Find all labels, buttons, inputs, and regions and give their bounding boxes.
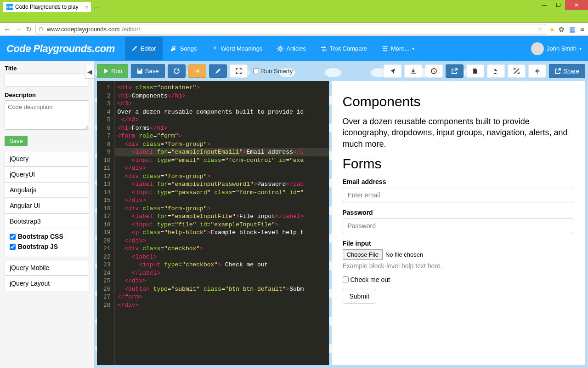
new-tab-icon[interactable]: ▱ — [91, 3, 101, 12]
nav-more[interactable]: More... ▾ — [375, 37, 421, 60]
description-input[interactable] — [5, 100, 89, 130]
checkbox-label: Check me out — [351, 276, 390, 283]
forward-icon — [194, 68, 200, 74]
user-menu[interactable]: John Smith ▾ — [531, 42, 582, 55]
run-smarty-checkbox[interactable]: Run Smarty — [253, 68, 293, 75]
collapse-sidebar-button[interactable]: ◀ — [85, 65, 94, 79]
tab-close-icon[interactable]: × — [85, 4, 89, 11]
bulb-icon[interactable]: ● — [550, 25, 554, 33]
btn-label: Run — [111, 68, 122, 75]
file-button[interactable] — [466, 64, 484, 78]
brand-logo[interactable]: Code Playgrounds.com — [6, 43, 115, 55]
forward-button[interactable] — [188, 64, 206, 78]
menu-icon[interactable]: ≡ — [580, 25, 584, 33]
tab-title: Code Playgrounds to play — [15, 4, 78, 10]
clock-button[interactable] — [425, 64, 443, 78]
fullscreen-icon — [236, 68, 242, 74]
svg-point-0 — [279, 47, 282, 50]
email-label: Email address — [343, 178, 575, 185]
btn-label: Share — [563, 68, 579, 75]
editor-icon — [131, 46, 138, 52]
close-window-button[interactable]: ✕ — [565, 0, 588, 10]
fullscreen-button[interactable] — [230, 64, 248, 78]
user-name: John Smith — [547, 45, 577, 52]
clock-icon — [431, 68, 437, 74]
choose-file-button[interactable]: Choose File — [343, 249, 383, 260]
share-button[interactable]: Share — [549, 64, 585, 78]
law-button[interactable] — [487, 64, 505, 78]
title-input[interactable] — [5, 74, 89, 87]
lib-item[interactable]: Angular UI — [5, 198, 89, 213]
password-label: Password — [343, 209, 575, 216]
lib-item[interactable]: jQuery Layout — [5, 276, 89, 291]
no-file-text: No file chosen — [385, 251, 423, 258]
lib-item[interactable]: Bootstrap3 — [5, 213, 89, 229]
browser-tab[interactable]: CODE Code Playgrounds to play × — [3, 2, 91, 12]
gear-icon — [277, 46, 283, 52]
nav-articles[interactable]: Articles — [271, 37, 312, 60]
lib-item[interactable]: Angularjs — [5, 182, 89, 198]
lib-checkbox[interactable]: Bootstrap CSS — [10, 233, 84, 240]
caret-icon: ▾ — [579, 46, 582, 51]
preview-heading-forms: Forms — [343, 156, 575, 172]
star-icon[interactable]: ☆ — [537, 26, 543, 33]
email-input[interactable] — [343, 188, 575, 202]
refresh-button[interactable] — [168, 64, 186, 78]
nav-songs[interactable]: Songs — [164, 37, 204, 60]
avatar — [531, 42, 544, 55]
share-icon — [555, 68, 561, 74]
lib-item[interactable]: jQueryUI — [5, 167, 89, 182]
back-icon[interactable]: ← — [4, 25, 11, 34]
nav-text-compare[interactable]: Text Compare — [314, 37, 373, 60]
svg-point-2 — [537, 70, 538, 72]
expand-icon — [514, 68, 520, 74]
play-icon — [103, 68, 109, 74]
external-button[interactable] — [446, 64, 464, 78]
editor-toolbar: Run Save Run Smarty Share — [97, 64, 585, 78]
save-button[interactable]: Save — [131, 64, 165, 78]
save-sidebar-button[interactable]: Save — [5, 136, 28, 146]
music-icon — [171, 46, 177, 52]
page-icon: 🗋 — [39, 26, 45, 33]
lib-checkbox[interactable]: Bootstrap JS — [10, 243, 84, 250]
file-icon — [472, 68, 478, 74]
checkbox-row[interactable]: Check me out — [343, 276, 575, 283]
nav-label: Editor — [141, 45, 156, 52]
btn-label: Save — [145, 68, 159, 75]
caret-icon: ▾ — [412, 46, 414, 51]
refresh-icon — [174, 68, 180, 74]
settings-icon[interactable]: ✿ — [559, 25, 565, 34]
settings-button[interactable] — [528, 64, 546, 78]
reload-icon[interactable]: ↻ — [26, 25, 32, 34]
compare-icon — [321, 46, 327, 52]
code-area[interactable]: <div class="container"><h1>Components</h… — [115, 81, 329, 365]
gear-icon — [534, 68, 540, 74]
lib-item[interactable]: jQuery — [5, 151, 89, 167]
nav-word-meanings[interactable]: Word Meanings — [205, 37, 269, 60]
nav-label: Word Meanings — [221, 45, 263, 52]
lib-item[interactable]: jQuery Mobile — [5, 260, 89, 276]
forward-icon[interactable]: → — [15, 25, 22, 34]
preview-pane: Components Over a dozen reusable compone… — [332, 81, 586, 365]
code-editor[interactable]: 1234567891011121314151617181920212223242… — [97, 81, 329, 365]
calendar-icon[interactable]: ▦ — [569, 25, 576, 34]
minimize-button[interactable]: — — [537, 0, 551, 10]
browser-nav-bar: ← → ↻ 🗋 www.codeplaygrounds.com/editor/ … — [0, 23, 588, 36]
run-button[interactable]: Run — [97, 64, 128, 78]
edit-button[interactable] — [209, 64, 227, 78]
nav-editor[interactable]: Editor — [125, 37, 163, 60]
url-host: www.codeplaygrounds.com — [47, 26, 119, 33]
password-input[interactable] — [343, 218, 575, 233]
file-label: File input — [343, 240, 575, 247]
check-me-out-checkbox[interactable] — [343, 276, 349, 282]
expand-button[interactable] — [508, 64, 526, 78]
app-header: Code Playgrounds.com Editor Songs Word M… — [0, 36, 588, 61]
browser-chrome: CODE Code Playgrounds to play × ▱ — ☐ ✕ — [0, 0, 588, 23]
maximize-button[interactable]: ☐ — [551, 0, 565, 10]
send-icon — [390, 68, 396, 74]
submit-button[interactable]: Submit — [343, 289, 377, 304]
url-bar[interactable]: 🗋 www.codeplaygrounds.com/editor/ ☆ — [35, 24, 546, 34]
send-button[interactable] — [384, 64, 401, 78]
download-button[interactable] — [404, 64, 422, 78]
save-icon — [137, 68, 143, 74]
